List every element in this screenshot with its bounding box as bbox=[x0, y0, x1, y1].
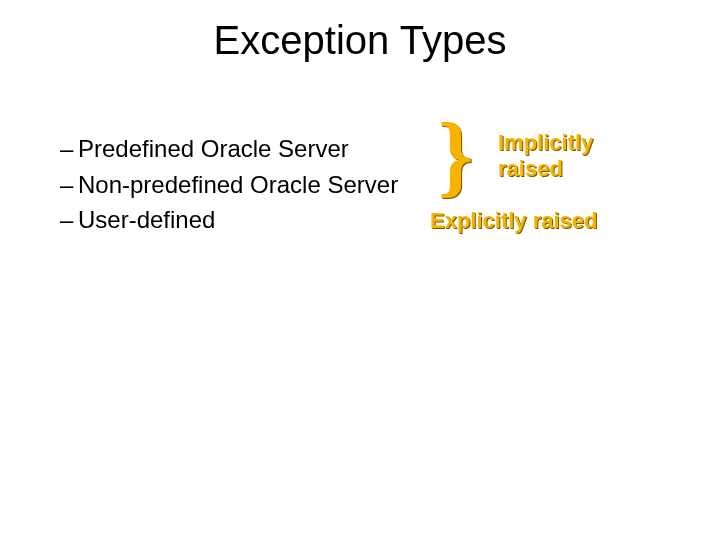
brace-icon: } bbox=[438, 110, 473, 200]
bullet-text: Predefined Oracle Server bbox=[78, 135, 349, 162]
implicit-line1: Implicitly bbox=[498, 130, 593, 155]
bullet-text: User-defined bbox=[78, 206, 215, 233]
bullet-text: Non-predefined Oracle Server bbox=[78, 171, 398, 198]
bullet-dash: – bbox=[60, 203, 78, 237]
bullet-dash: – bbox=[60, 132, 78, 166]
implicit-label: Implicitly raised bbox=[498, 130, 593, 183]
implicit-line2: raised bbox=[498, 156, 563, 181]
slide-title: Exception Types bbox=[0, 18, 720, 63]
slide: Exception Types –Predefined Oracle Serve… bbox=[0, 0, 720, 540]
bullet-dash: – bbox=[60, 168, 78, 202]
explicit-label: Explicitly raised bbox=[430, 208, 598, 234]
